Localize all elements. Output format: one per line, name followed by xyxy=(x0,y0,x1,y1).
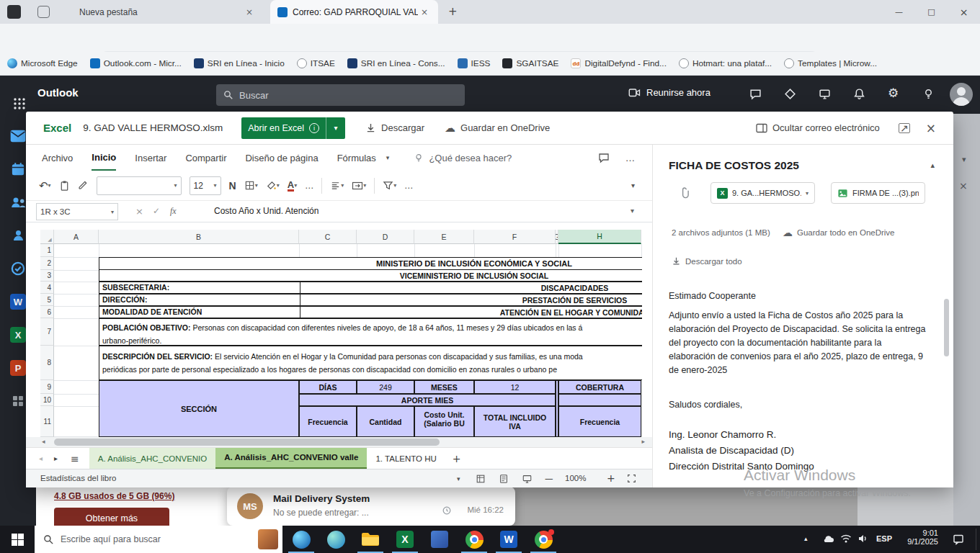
tray-onedrive-icon[interactable] xyxy=(823,534,834,543)
align-button[interactable]: ▾ xyxy=(330,180,344,191)
bookmark-item[interactable]: SGAITSAE xyxy=(502,58,558,68)
row-header[interactable]: 3 xyxy=(40,270,54,282)
column-header[interactable]: A xyxy=(54,230,99,244)
zoom-in-icon[interactable]: + xyxy=(607,472,615,484)
column-header[interactable]: E xyxy=(414,230,474,244)
row-header[interactable]: 4 xyxy=(40,282,54,294)
devices-icon[interactable] xyxy=(819,88,831,100)
bookmark-item[interactable]: ddDigitalDefynd - Find... xyxy=(571,58,666,68)
cell-direccion-value[interactable]: PRESTACIÓN DE SERVICIOS xyxy=(300,295,642,305)
cell-row-direccion[interactable]: DIRECCIÓN: PRESTACIÓN DE SERVICIOS xyxy=(99,294,642,306)
sheet-prev-icon[interactable]: ◂ xyxy=(39,454,43,462)
attachment-chip-xlsm[interactable]: X 9. GA...HERMOSO.xlsm ▾ xyxy=(710,182,815,204)
font-size-select[interactable]: 12▾ xyxy=(190,176,221,195)
cell-frecuencia-2[interactable]: Frecuencia xyxy=(558,406,641,437)
cell-empty[interactable] xyxy=(558,394,641,406)
cell-row-modalidad[interactable]: MODALIDAD DE ATENCIÓN ATENCIÓN EN EL HOG… xyxy=(99,306,642,318)
display-mode-icon[interactable] xyxy=(522,474,533,484)
download-button[interactable]: Descargar xyxy=(365,122,424,133)
taskbar-browser-badge-icon[interactable] xyxy=(526,526,561,553)
taskbar-excel-icon[interactable]: X xyxy=(388,526,422,553)
confirm-entry-icon[interactable]: ✓ xyxy=(153,206,160,216)
column-header[interactable]: F xyxy=(474,230,556,244)
cell-meses-label[interactable]: MESES xyxy=(414,380,474,394)
select-all-corner[interactable]: ◢ xyxy=(40,230,54,244)
column-header[interactable]: D xyxy=(357,230,414,244)
add-sheet-icon[interactable]: + xyxy=(453,453,461,464)
sheet-next-icon[interactable]: ▸ xyxy=(54,454,58,462)
browser-workspace-icon[interactable] xyxy=(7,5,21,19)
tell-me-button[interactable]: ¿Qué desea hacer? xyxy=(414,153,512,163)
zoom-out-icon[interactable]: — xyxy=(545,474,553,484)
toolbar-more-icon[interactable]: … xyxy=(404,181,413,191)
formula-bar-expand-chevron-icon[interactable]: ▾ xyxy=(631,207,634,215)
zoom-level[interactable]: 100% xyxy=(565,474,586,482)
status-chevron-icon[interactable]: ▾ xyxy=(457,475,460,482)
row-header[interactable]: 1 xyxy=(40,244,54,257)
attachment-chip-png[interactable]: FIRMA DE ...(3).png xyxy=(831,182,925,204)
notifications-bell-icon[interactable] xyxy=(853,88,865,100)
action-center-icon[interactable] xyxy=(953,534,964,545)
scroll-right-icon[interactable]: ▸ xyxy=(641,438,645,445)
sheet-tab-active[interactable]: A. Análisis_AHC_CONVENIO valle xyxy=(215,448,367,469)
font-more-icon[interactable]: … xyxy=(305,181,313,191)
teams-chat-icon[interactable] xyxy=(749,88,762,100)
sheet-tab[interactable]: 1. TALENTO HU xyxy=(367,448,445,469)
taskbar-edge-secondary-icon[interactable] xyxy=(318,526,353,553)
tips-bulb-icon[interactable] xyxy=(922,88,935,100)
cell-row-subsecretaria[interactable]: SUBSECRETARIA: DISCAPACIDADES xyxy=(99,282,642,294)
row-header[interactable]: 5 xyxy=(40,294,54,306)
row-header[interactable]: 8 xyxy=(40,346,54,380)
cell-meses-value[interactable]: 12 xyxy=(474,380,556,394)
cell-aporte-mies[interactable]: APORTE MIES xyxy=(299,394,556,406)
browser-tab-inactive[interactable]: Nueva pestaña × xyxy=(72,0,263,24)
clipboard-paste-icon[interactable] xyxy=(59,180,70,192)
spreadsheet-grid[interactable]: ◢ A B C D E F G H 1 2 3 4 5 6 7 8 9 10 xyxy=(26,230,642,437)
start-button[interactable] xyxy=(0,526,35,553)
row-header[interactable]: 2 xyxy=(40,257,54,270)
bookmark-item[interactable]: ITSAE xyxy=(297,58,335,68)
fill-color-button[interactable]: ▾ xyxy=(266,180,280,191)
close-window-button[interactable]: × xyxy=(948,0,980,24)
settings-gear-icon[interactable]: ⚙ xyxy=(888,86,899,100)
ribbon-overflow-chevron-icon[interactable]: ▾ xyxy=(386,154,390,161)
insert-function-icon[interactable]: fx xyxy=(170,206,177,217)
close-viewer-icon[interactable]: × xyxy=(926,121,936,135)
taskbar-edge-icon[interactable] xyxy=(284,526,318,553)
cell-poblacion-objetivo[interactable]: POBLACIÓN OBJETIVO: Personas con discapa… xyxy=(99,318,642,346)
row-header[interactable]: 9 xyxy=(40,380,54,394)
cell-subsecretaria-value[interactable]: DISCAPACIDADES xyxy=(300,282,642,293)
cell-total-incluido-iva[interactable]: TOTAL INCLUIDO IVA xyxy=(474,406,556,437)
sort-filter-button[interactable]: ▾ xyxy=(383,180,396,191)
font-color-button[interactable]: A▾ xyxy=(288,180,297,192)
outlook-search-input[interactable]: Buscar xyxy=(216,84,465,106)
tray-volume-icon[interactable] xyxy=(858,534,869,544)
bookmark-item[interactable]: Outlook.com - Micr... xyxy=(90,58,182,68)
cancel-entry-icon[interactable]: × xyxy=(135,206,143,217)
tray-wifi-icon[interactable] xyxy=(840,534,852,544)
fullscreen-icon[interactable] xyxy=(627,474,636,483)
cell-dias-value[interactable]: 249 xyxy=(357,380,414,394)
premium-icon[interactable] xyxy=(784,88,796,100)
bookmark-item[interactable]: Hotmart: una plataf... xyxy=(679,58,772,68)
undo-button[interactable]: ↶▾ xyxy=(39,179,51,192)
tray-clock[interactable]: 9:01 9/1/2025 xyxy=(898,529,938,546)
horizontal-scrollbar[interactable]: ◂ ▸ xyxy=(26,437,652,447)
bookmark-item[interactable]: Templates | Microw... xyxy=(784,58,877,68)
taskbar-chrome-icon[interactable] xyxy=(457,526,491,553)
taskbar-file-explorer-icon[interactable] xyxy=(353,526,388,553)
open-options-chevron-icon[interactable]: ▾ xyxy=(326,124,345,132)
tray-language[interactable]: ESP xyxy=(876,534,892,543)
merge-cells-button[interactable]: ▾ xyxy=(352,181,366,191)
cell-descripcion-servicio[interactable]: DESCRIPCIÓN DEL SERVICIO: El servicio At… xyxy=(99,346,642,380)
cell-cobertura[interactable]: COBERTURA xyxy=(558,380,641,394)
taskbar-search-input[interactable]: Escribe aquí para buscar xyxy=(35,526,282,553)
bookmark-item[interactable]: SRI en Línea - Inicio xyxy=(194,58,285,68)
cell-title-block[interactable]: MINISTERIO DE INCLUSIÓN ECONÓMICA Y SOCI… xyxy=(99,257,642,282)
tab-actions-icon[interactable] xyxy=(37,6,50,18)
taskbar-app-icon[interactable] xyxy=(422,526,457,553)
row-header[interactable]: 7 xyxy=(40,318,54,346)
bookmark-item[interactable]: SRI en Línea - Cons... xyxy=(347,58,445,68)
download-all-link[interactable]: Descargar todo xyxy=(672,256,742,266)
name-box[interactable]: 1R x 3C▾ xyxy=(36,203,118,220)
